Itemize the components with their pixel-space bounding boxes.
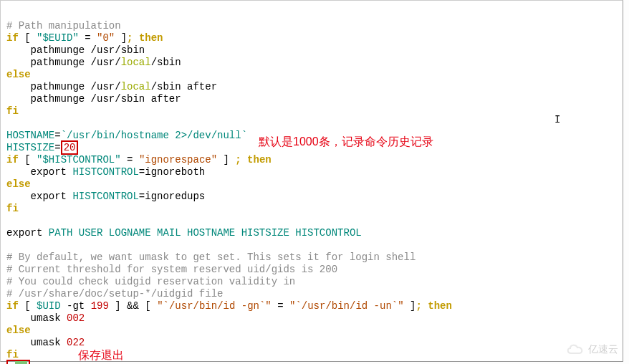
kw-then: ; then — [127, 32, 163, 44]
comment-umask-2: # Current threshold for system reserved … — [6, 264, 337, 275]
watermark-text: 亿速云 — [588, 343, 618, 355]
kw-fi: fi — [6, 349, 19, 360]
annotation-histsize: 默认是1000条，记录命令历史记录 — [259, 135, 433, 148]
line-pathmunge-sbin: pathmunge /usr/sbin — [6, 44, 145, 56]
line-umask-002: umask 002 — [6, 312, 85, 324]
line-pathmunge-local-sbin: pathmunge /usr/local/sbin — [6, 57, 181, 68]
comment-path-manipulation: # Path manipulation — [6, 20, 121, 32]
histsize-value-box: 20 — [61, 140, 79, 155]
code-editor: # Path manipulation if [ "$EUID" = "0" ]… — [0, 0, 623, 362]
line-if-histcontrol: if [ "$HISTCONTROL" = "ignorespace" ] ; … — [6, 154, 272, 166]
line-export-ignoreboth: export HISTCONTROL=ignoreboth — [6, 166, 205, 178]
op-eq: = — [85, 32, 90, 44]
cloud-icon — [565, 343, 585, 355]
line-histsize: HISTSIZE=20 — [6, 140, 78, 155]
wq-box: :wq — [6, 360, 30, 364]
line-umask-022: umask 022 — [6, 337, 85, 348]
line-export-ignoredups: export HISTCONTROL=ignoredups — [6, 191, 205, 202]
kw-fi: fi — [6, 105, 19, 117]
kw-else: else — [6, 69, 31, 80]
line-pathmunge-local-sbin-after: pathmunge /usr/local/sbin after — [6, 81, 217, 92]
annotation-save-quit: 保存退出 — [78, 349, 124, 361]
text-cursor-icon: I — [554, 114, 560, 126]
line-wq: :wq — [6, 360, 30, 364]
watermark: 亿速云 — [565, 343, 618, 355]
brace: ] — [121, 32, 127, 44]
comment-umask-3: # You could check uidgid reservation val… — [6, 276, 295, 287]
line-pathmunge-sbin-after: pathmunge /usr/sbin after — [6, 93, 181, 105]
kw-fi: fi — [6, 203, 19, 214]
var-euid: "$EUID" — [37, 32, 79, 44]
comment-umask-4: # /usr/share/doc/setup-*/uidgid file — [6, 288, 223, 300]
str-zero: "0" — [97, 32, 115, 44]
kw-else: else — [6, 178, 31, 190]
kw-else: else — [6, 325, 31, 336]
line-export-vars: export PATH USER LOGNAME MAIL HOSTNAME H… — [6, 227, 362, 239]
line-if-uid: if [ $UID -gt 199 ] && [ "`/usr/bin/id -… — [6, 300, 452, 312]
comment-umask-1: # By default, we want umask to get set. … — [6, 252, 416, 263]
kw-if: if — [6, 32, 19, 44]
line-hostname: HOSTNAME=`/usr/bin/hostname 2>/dev/null` — [6, 130, 247, 141]
brace: [ — [24, 32, 30, 44]
